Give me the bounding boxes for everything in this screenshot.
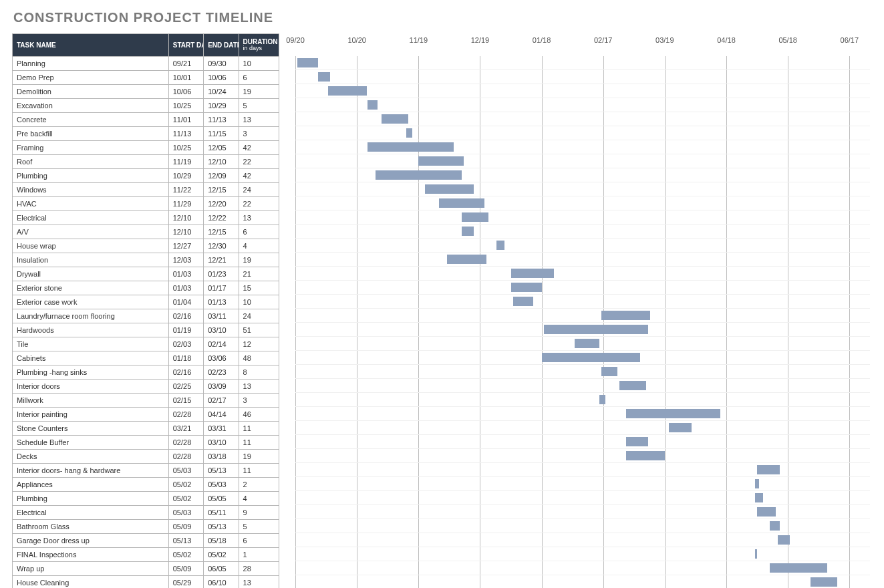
cell-start: 05/13 <box>168 534 203 548</box>
gantt-bar <box>755 493 763 502</box>
table-row: Drywall01/0301/2321 <box>13 267 279 281</box>
cell-end: 03/09 <box>204 380 239 394</box>
cell-task-name: Roof <box>13 155 169 169</box>
cell-duration: 15 <box>239 281 279 295</box>
cell-end: 03/31 <box>204 422 239 436</box>
table-row: Exterior stone01/0301/1715 <box>13 281 279 295</box>
cell-start: 12/10 <box>168 211 203 225</box>
cell-duration: 11 <box>239 464 279 478</box>
cell-duration: 6 <box>239 225 279 239</box>
gantt-row <box>295 70 870 84</box>
cell-duration: 1 <box>239 548 279 562</box>
cell-task-name: Windows <box>13 183 169 197</box>
table-row: Interior doors02/2503/0913 <box>13 380 279 394</box>
gantt-bar <box>511 283 542 292</box>
cell-start: 11/19 <box>168 155 203 169</box>
gantt-bar <box>439 198 484 208</box>
cell-duration: 48 <box>239 351 279 365</box>
gantt-row <box>295 547 870 561</box>
cell-end: 05/13 <box>204 464 239 478</box>
gantt-bar <box>447 255 486 264</box>
gantt-bar <box>755 479 759 488</box>
gantt-bar <box>367 142 454 152</box>
table-row: Electrical05/0305/119 <box>13 506 279 520</box>
cell-task-name: Tile <box>13 337 169 351</box>
gantt-bar <box>418 156 464 166</box>
cell-duration: 8 <box>239 365 279 380</box>
cell-duration: 11 <box>239 422 279 436</box>
axis-tick: 03/19 <box>655 36 674 44</box>
cell-task-name: Wrap up <box>13 562 169 576</box>
cell-duration: 46 <box>239 408 279 422</box>
table-row: Interior doors- hang & hardware05/0305/1… <box>13 464 279 478</box>
cell-duration: 12 <box>239 337 279 351</box>
gantt-row <box>295 449 870 463</box>
cell-start: 09/21 <box>168 57 203 71</box>
axis-tick: 06/17 <box>841 36 859 44</box>
gantt-row <box>295 56 870 70</box>
cell-task-name: Cabinets <box>13 351 169 365</box>
axis-tick: 12/19 <box>471 36 490 44</box>
table-row: Exterior case work01/0401/1310 <box>13 295 279 309</box>
gantt-bar <box>599 395 605 404</box>
cell-end: 12/22 <box>204 211 239 225</box>
cell-end: 11/13 <box>204 113 239 127</box>
cell-task-name: Decks <box>13 450 169 464</box>
gantt-row <box>295 281 870 295</box>
cell-end: 02/14 <box>204 337 239 351</box>
table-row: House wrap12/2712/304 <box>13 239 279 253</box>
gantt-row <box>295 463 870 477</box>
gantt-bar <box>496 241 504 250</box>
col-start-date: START DATE <box>168 34 203 57</box>
table-row: Roof11/1912/1022 <box>13 155 279 169</box>
cell-task-name: Insulation <box>13 253 169 267</box>
gantt-row <box>295 365 870 379</box>
gantt-axis: 09/2010/2011/1912/1901/1802/1703/1904/18… <box>295 33 870 52</box>
gantt-row <box>295 379 870 393</box>
gantt-row <box>295 225 870 239</box>
cell-duration: 42 <box>239 169 279 183</box>
cell-start: 11/22 <box>168 183 203 197</box>
gantt-row <box>295 196 870 210</box>
cell-start: 02/03 <box>168 337 203 351</box>
axis-tick: 10/20 <box>347 36 366 44</box>
cell-task-name: Laundry/furnace room flooring <box>13 309 169 323</box>
gantt-bar <box>575 339 599 348</box>
cell-task-name: Exterior stone <box>13 281 169 295</box>
gantt-bar <box>542 353 640 362</box>
cell-duration: 11 <box>239 436 279 450</box>
gantt-row <box>295 126 870 140</box>
cell-start: 10/29 <box>168 169 203 183</box>
gantt-row <box>295 182 870 196</box>
cell-duration: 13 <box>239 576 279 589</box>
cell-start: 10/25 <box>168 99 203 113</box>
cell-end: 03/11 <box>204 309 239 323</box>
gantt-bar <box>382 114 408 124</box>
gantt-bar <box>626 409 720 418</box>
table-row: Wrap up05/0906/0528 <box>13 562 279 576</box>
gantt-row <box>295 210 870 225</box>
table-row: Electrical12/1012/2213 <box>13 211 279 225</box>
cell-task-name: Planning <box>13 57 169 71</box>
table-row: HVAC11/2912/2022 <box>13 197 279 211</box>
cell-start: 05/09 <box>168 562 203 576</box>
cell-task-name: Framing <box>13 141 169 155</box>
gantt-bar <box>462 227 474 236</box>
cell-start: 02/15 <box>168 394 203 408</box>
gantt-row <box>295 351 870 365</box>
cell-start: 01/03 <box>168 281 203 295</box>
table-row: FINAL Inspections05/0205/021 <box>13 548 279 562</box>
cell-end: 05/02 <box>204 548 239 562</box>
main-container: TASK NAME START DATE END DATE DURATION i… <box>12 33 872 588</box>
gantt-row <box>295 477 870 491</box>
table-row: Tile02/0302/1412 <box>13 337 279 351</box>
cell-start: 01/03 <box>168 267 203 281</box>
cell-duration: 24 <box>239 183 279 197</box>
table-row: Excavation10/2510/295 <box>13 99 279 113</box>
cell-start: 02/25 <box>168 380 203 394</box>
cell-task-name: Plumbing <box>13 169 169 183</box>
gantt-row <box>295 253 870 267</box>
gantt-row <box>295 98 870 112</box>
gantt-bar <box>770 563 827 573</box>
cell-duration: 9 <box>239 506 279 520</box>
